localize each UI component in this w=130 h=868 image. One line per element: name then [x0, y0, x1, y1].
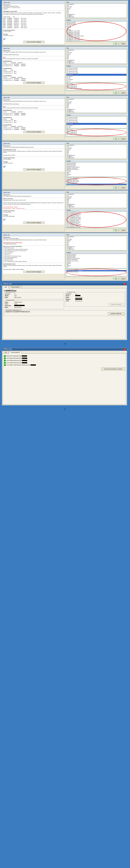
s2-text: FLASH None Configuration-A None Configur… [3, 69, 17, 74]
update-firmware-button[interactable]: Update Firmware [108, 303, 124, 306]
registration-id: 17E68759177163849FF09A0C68C16A [5, 311, 30, 313]
close-icon[interactable]: × [123, 283, 126, 285]
window-title: XPROG Info [3, 283, 12, 285]
type-group: Type serial EEPROMtoolsmicrochiplcRenesa… [66, 1, 127, 19]
type-list[interactable]: serial EEPROMtoolsmicrochiplcRenesasatme… [66, 98, 127, 113]
table-header: Address Range Size [3, 16, 15, 18]
s2-heading: MPC561/MPC562 [3, 68, 11, 69]
ok-button[interactable]: Ok [113, 187, 119, 189]
type-list[interactable]: serial EEPROMtoolsmicrochiplcRenesasatme… [66, 3, 127, 18]
tab-info[interactable]: Info [3, 286, 9, 288]
bootloader-fieldset: Bootloader Info Version :1.4 Build :118 … [4, 292, 64, 299]
panel-title: Quick Info [3, 234, 65, 236]
section-heading: SPC560P44Lx Code FLASH [3, 11, 17, 12]
panel-title: Quick Info [3, 142, 65, 145]
panel-title: Quick Info [3, 191, 65, 194]
check-icon [4, 362, 6, 364]
cancel-button[interactable]: Cancel [120, 187, 127, 189]
select-device-dialog-5: Quick Info Requirements: AUTH-0024-1 BDM… [2, 190, 128, 232]
serial-redacted [14, 305, 25, 306]
ok-button[interactable]: Ok [113, 43, 119, 44]
subtype-list-bottom[interactable]: MPC<Guard>MPC<Configuration-AMPC<Configu… [66, 83, 127, 90]
brand-logo: >XPROGm [4, 289, 125, 292]
show-connection-button[interactable]: Show Connection Diagram [23, 271, 44, 273]
req-text: AUTH-0023-1 MPC5xx/SPC56xx *ADP-0018 5V<… [3, 6, 20, 9]
cancel-button[interactable]: Cancel [120, 278, 127, 280]
tab-authorizations[interactable]: Authorizations [9, 286, 22, 288]
subtype-list-top[interactable]: Separate autochipILSeparate BG [chip]Sep… [66, 254, 127, 268]
s1-text: FLASH 0x000000 - 0x06FFFF Configuration-… [3, 62, 26, 66]
subtype-list-top[interactable]: Separate autochipIL Separate BG [chip] S… [66, 116, 127, 128]
type-list[interactable]: serial EEPROMtoolsmicrochiplcRenesasatme… [66, 236, 127, 250]
show-connection-button[interactable]: Show Connection Diagram [23, 221, 44, 224]
pkg-heading: Packages [3, 34, 8, 35]
req-heading: Requirements: [3, 4, 10, 5]
window-title: XPROG Info [3, 348, 12, 350]
subtype-list-top[interactable]: Separate autochipIL Separate BG [chip] S… [66, 67, 127, 82]
show-connection-button[interactable]: Show Connection Diagram [23, 82, 44, 84]
s3-text: FLASH 0x000000 - 0x07FFFF Configuration-… [3, 77, 26, 81]
view-link[interactable]: View! [3, 165, 6, 166]
tab-info[interactable]: Info [3, 351, 9, 353]
show-connection-button[interactable]: Show Connection Diagram [23, 41, 44, 43]
s3-heading: MPC563/MPC564 [3, 75, 11, 76]
ok-button[interactable]: Ok [113, 278, 119, 280]
security-byte: security byte address: 0x0417 unsecured … [3, 207, 25, 209]
quick-info-panel: Quick Info Requirements: The program aut… [3, 47, 65, 94]
close-icon[interactable]: × [123, 348, 126, 350]
req-text: The program automatically detect MPC5xx … [3, 52, 46, 55]
cancel-button[interactable]: Cancel [120, 229, 127, 231]
file-label: File [3, 39, 5, 40]
subtype-group: Subtype Separate autochipILSeparate BG [… [66, 19, 127, 42]
prog-heading: Programming Interface [3, 30, 15, 31]
panel-title: Quick Info [3, 47, 65, 50]
type-list[interactable]: serial EEPROMtoolsmicrochiplcRenesasatme… [66, 49, 127, 64]
cancel-button[interactable]: Cancel [120, 138, 127, 140]
table-body: B0F0 0x000000 - 0x007FFF 32K bytes B0F1 … [3, 18, 27, 28]
req-heading: Requirements: [3, 50, 10, 51]
cancel-button[interactable]: Cancel [120, 92, 127, 94]
show-connection-button[interactable]: Show Connection Diagram [23, 131, 44, 133]
select-device-dialog-2: Quick Info Requirements: The program aut… [2, 46, 128, 95]
check-icon [4, 355, 6, 357]
note-heading: Note: [3, 57, 6, 58]
type-list[interactable]: serial EEPROMtoolsmicrochiplcRenesasatme… [66, 193, 127, 208]
subtype-list-bottom[interactable]: MC9S12XHY128_D-FlashMC9S12XHY128_EEEMC9S… [66, 177, 127, 185]
xprog-auth-dialog: XPROG Info× Info Authorizations BASIC SE… [2, 347, 127, 406]
hardware-fieldset: Hardware Info Type :XPROG-box Link :USB … [4, 300, 64, 309]
update-certificate-button[interactable]: Update Certificate [108, 312, 124, 315]
tab-authorizations[interactable]: Authorizations [9, 351, 22, 353]
pkg-text: 100 LQFP, 144 LQFP [3, 35, 13, 36]
view-link[interactable]: View! [3, 218, 6, 219]
subtype-list-bottom[interactable]: MPC<Guard>MPC<Configuration-AMPC<Configu… [66, 129, 127, 136]
ok-button[interactable]: Ok [113, 92, 119, 94]
cancel-button[interactable]: Cancel [120, 43, 127, 44]
subtype-list-bottom[interactable]: MC9S12XS128_D-FlashMC9S12XS128_P-Flash s… [66, 269, 127, 276]
type-list[interactable]: serial EEPROMtoolsmicrochiplcRenesasatme… [66, 145, 127, 159]
select-device-dialog-6: Quick Info Requirements: ADP-0017 HC(S)1… [2, 233, 128, 281]
check-icon [4, 358, 6, 359]
subtype-list-top[interactable]: Separate autochipILSeparate BG [chip]Sep… [66, 162, 127, 177]
ok-button[interactable]: Ok [113, 229, 119, 231]
check-icon [4, 364, 6, 366]
xprog-info-dialog: XPROG Info× Info Authorizations >XPROGm … [2, 282, 127, 340]
quick-info-panel: Quick Info Requirements: AUTH-0023-1 MPC… [3, 1, 65, 45]
select-device-dialog-3: Quick Info Requirements: The program aut… [2, 95, 128, 141]
subtype-list[interactable]: Separate autochipILSeparate BG [chip]Sep… [66, 21, 127, 41]
panel-title: Quick Info [3, 1, 65, 4]
ok-button[interactable]: Ok [113, 138, 119, 140]
separator-dot: • [0, 342, 130, 346]
authorization-list: BASIC SET Authorized 2014 AUTH-0023 Auth… [4, 355, 125, 366]
select-device-dialog-1: Quick Info Requirements: AUTH-0023-1 MPC… [2, 0, 128, 46]
s1-heading: MPC555/MPC556 [3, 61, 11, 62]
prog-text: In-Circuit (JTAG) [3, 31, 11, 32]
check-authorizations-button[interactable]: Check Authorizations Updates [101, 368, 125, 370]
note-text: Before executing the Write command, the … [3, 58, 38, 59]
subtype-list[interactable]: MAC7111MAG80_Data_FlashMAC7111MAG80_P-Fl… [66, 212, 127, 228]
separator-dot: • [0, 407, 130, 411]
view-link[interactable]: View! [3, 38, 6, 39]
registration-fieldset: Hardware Registration ID: 17E68759177163… [4, 310, 125, 316]
section-text: The Code FLASH often use for instruction… [3, 12, 61, 15]
panel-title: Quick Info [3, 96, 65, 99]
show-connection-button[interactable]: Show Connection Diagram [23, 168, 44, 170]
